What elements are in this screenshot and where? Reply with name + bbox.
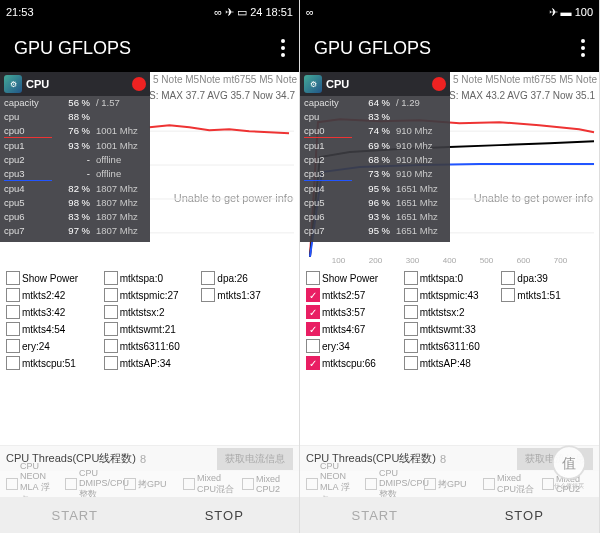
cpu-stat-row: cpu797 %1807 Mhz xyxy=(0,224,150,238)
checkbox-item[interactable]: ✓mtkts3:57 xyxy=(306,305,398,319)
cpu-monitor-overlay[interactable]: ⚙ CPU capacity64 %/ 1.29cpu83 %cpu074 %9… xyxy=(300,72,450,242)
cpu-stat-row: cpu2-offline xyxy=(0,153,150,167)
checkbox-item[interactable]: mtktscpu:51 xyxy=(6,356,98,370)
checkbox-icon[interactable] xyxy=(501,271,515,285)
checkbox-item[interactable]: mtktswmt:21 xyxy=(104,322,196,336)
checkbox-item[interactable]: Show Power xyxy=(306,271,398,285)
checkbox-icon[interactable]: ✓ xyxy=(306,356,320,370)
record-icon[interactable] xyxy=(432,77,446,91)
option-checkbox[interactable]: 拷GPU xyxy=(124,478,175,491)
checkbox-icon[interactable] xyxy=(424,478,436,490)
get-current-button[interactable]: 获取电流信息 xyxy=(217,448,293,470)
watermark-badge: 值什么值得买 xyxy=(542,441,596,495)
checkbox-label: mtktstsx:2 xyxy=(420,307,465,318)
checkbox-item[interactable]: ✓mtkts2:57 xyxy=(306,288,398,302)
cpu-stat-row: cpu373 %910 Mhz xyxy=(300,167,450,182)
checkbox-item[interactable]: ✓mtkts4:67 xyxy=(306,322,398,336)
status-time: ∞ xyxy=(306,6,314,18)
checkbox-item[interactable]: mtktspa:0 xyxy=(404,271,496,285)
stop-button[interactable]: STOP xyxy=(450,497,600,533)
option-checkbox[interactable]: Mixed CPU2 xyxy=(242,474,293,494)
checkbox-label: mtkts4:54 xyxy=(22,324,65,335)
checkbox-icon[interactable] xyxy=(201,271,215,285)
checkbox-icon[interactable] xyxy=(65,478,77,490)
checkbox-icon[interactable] xyxy=(306,271,320,285)
stop-button[interactable]: STOP xyxy=(150,497,300,533)
checkbox-icon[interactable]: ✓ xyxy=(306,305,320,319)
cpu-stat-row: cpu88 % xyxy=(0,110,150,124)
checkbox-icon[interactable] xyxy=(104,288,118,302)
checkbox-icon[interactable] xyxy=(404,305,418,319)
checkbox-icon[interactable] xyxy=(6,478,18,490)
checkbox-icon[interactable] xyxy=(201,288,215,302)
checkbox-icon[interactable] xyxy=(104,322,118,336)
checkbox-icon[interactable] xyxy=(306,478,318,490)
checkbox-item[interactable]: dpa:39 xyxy=(501,271,593,285)
checkbox-label: mtkts6311:60 xyxy=(120,341,180,352)
checkbox-icon[interactable] xyxy=(404,271,418,285)
checkbox-icon[interactable] xyxy=(104,271,118,285)
checkbox-icon[interactable] xyxy=(365,478,377,490)
start-button[interactable]: START xyxy=(300,497,450,533)
cpu-stat-row: capacity64 %/ 1.29 xyxy=(300,96,450,110)
start-button[interactable]: START xyxy=(0,497,150,533)
checkbox-item[interactable]: ery:34 xyxy=(306,339,398,353)
checkbox-item[interactable]: mtkts1:51 xyxy=(501,288,593,302)
checkbox-icon[interactable]: ✓ xyxy=(306,288,320,302)
checkbox-icon[interactable] xyxy=(6,288,20,302)
checkbox-item[interactable]: dpa:26 xyxy=(201,271,293,285)
cpu-monitor-overlay[interactable]: ⚙ CPU capacity56 %/ 1.57cpu88 %cpu076 %1… xyxy=(0,72,150,242)
option-checkbox[interactable]: Mixed CPU混合 xyxy=(183,473,234,496)
checkbox-item[interactable]: ery:24 xyxy=(6,339,98,353)
checkbox-item[interactable]: mtkts4:54 xyxy=(6,322,98,336)
checkbox-item[interactable]: mtkts6311:60 xyxy=(104,339,196,353)
checkbox-icon[interactable]: ✓ xyxy=(306,322,320,336)
checkbox-icon[interactable] xyxy=(306,339,320,353)
option-checkbox[interactable]: CPU DMIPS/CPU整数 xyxy=(365,468,416,501)
checkbox-icon[interactable] xyxy=(6,322,20,336)
checkbox-icon[interactable] xyxy=(104,339,118,353)
option-checkbox[interactable]: CPU DMIPS/CPU整数 xyxy=(65,468,116,501)
checkbox-icon[interactable] xyxy=(404,288,418,302)
checkbox-item[interactable]: mtktsAP:34 xyxy=(104,356,196,370)
option-checkbox[interactable]: 拷GPU xyxy=(424,478,475,491)
overflow-menu-icon[interactable] xyxy=(281,39,285,57)
checkbox-item[interactable]: Show Power xyxy=(6,271,98,285)
checkbox-item[interactable]: mtktstsx:2 xyxy=(104,305,196,319)
checkbox-item[interactable]: mtktspa:0 xyxy=(104,271,196,285)
checkbox-item[interactable]: mtktswmt:33 xyxy=(404,322,496,336)
checkbox-item[interactable]: mtkts3:42 xyxy=(6,305,98,319)
checkbox-icon[interactable] xyxy=(6,305,20,319)
checkbox-icon[interactable] xyxy=(104,356,118,370)
checkbox-icon[interactable] xyxy=(6,339,20,353)
checkbox-icon[interactable] xyxy=(242,478,254,490)
checkbox-icon[interactable] xyxy=(6,356,20,370)
checkbox-icon[interactable] xyxy=(124,478,136,490)
checkbox-item[interactable]: ✓mtktscpu:66 xyxy=(306,356,398,370)
option-checkbox[interactable]: Mixed CPU混合 xyxy=(483,473,534,496)
options-row: CPU NEON MLA 浮点CPU DMIPS/CPU整数拷GPUMixed … xyxy=(0,471,299,497)
checkbox-icon[interactable] xyxy=(6,271,20,285)
option-label: Mixed CPU混合 xyxy=(497,473,534,496)
checkbox-item[interactable]: mtkts6311:60 xyxy=(404,339,496,353)
checkbox-item[interactable]: mtktsAP:48 xyxy=(404,356,496,370)
checkbox-icon[interactable] xyxy=(404,356,418,370)
cpu-stat-row: cpu076 %1001 Mhz xyxy=(0,124,150,139)
checkbox-item[interactable]: mtktspmic:27 xyxy=(104,288,196,302)
checkbox-item[interactable]: mtktstsx:2 xyxy=(404,305,496,319)
checkbox-icon[interactable] xyxy=(183,478,195,490)
checkbox-icon[interactable] xyxy=(404,339,418,353)
checkbox-item[interactable]: mtkts2:42 xyxy=(6,288,98,302)
checkbox-label: mtktstsx:2 xyxy=(120,307,165,318)
checkbox-icon[interactable] xyxy=(501,288,515,302)
checkbox-icon[interactable] xyxy=(404,322,418,336)
overflow-menu-icon[interactable] xyxy=(581,39,585,57)
app-title: GPU GFLOPS xyxy=(14,38,131,59)
button-bar: START STOP xyxy=(300,497,599,533)
checkbox-item[interactable]: mtktspmic:43 xyxy=(404,288,496,302)
checkbox-icon[interactable] xyxy=(483,478,495,490)
checkbox-item[interactable]: mtkts1:37 xyxy=(201,288,293,302)
checkbox-icon[interactable] xyxy=(104,305,118,319)
option-label: Mixed CPU混合 xyxy=(197,473,234,496)
record-icon[interactable] xyxy=(132,77,146,91)
